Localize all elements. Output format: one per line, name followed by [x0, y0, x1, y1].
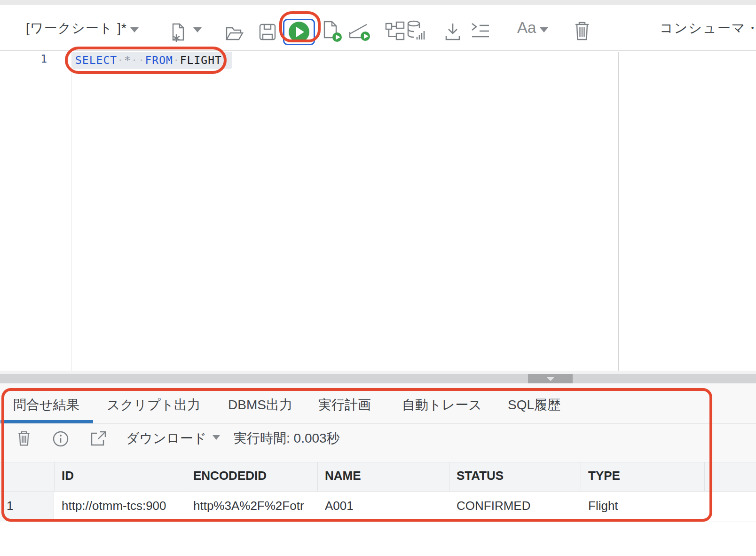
results-grid-header — [0, 462, 756, 492]
editor-right-divider[interactable] — [618, 52, 619, 371]
sql-star: * — [124, 54, 131, 66]
sql-keyword-from: FROM — [145, 54, 173, 66]
tab-explain-plan[interactable]: 実行計画 — [318, 390, 371, 420]
tab-sql-history[interactable]: SQL履歴 — [508, 390, 560, 420]
download-icon — [443, 20, 462, 44]
cell-type: Flight — [588, 499, 701, 513]
download-menu-button[interactable]: ダウンロード — [126, 429, 206, 447]
cell-encodedid: http%3A%2F%2Fotr — [193, 499, 314, 513]
splitter-bar[interactable] — [0, 374, 756, 383]
trash-icon — [17, 429, 31, 449]
gutter-divider — [71, 51, 72, 371]
whitespace-dots: ·· — [131, 54, 145, 66]
column-border — [186, 462, 186, 491]
execution-time-label: 実行時間: 0.003秒 — [234, 429, 340, 447]
column-border — [54, 462, 55, 491]
column-border — [704, 462, 705, 491]
format-indent-icon — [470, 21, 491, 43]
tabrow-border — [0, 423, 756, 424]
consumer-group-label: コンシューマ・グ — [660, 19, 756, 37]
tab-query-result[interactable]: 問合せ結果 — [13, 390, 79, 420]
sql-table-name: FLIGHT; — [180, 54, 229, 66]
download-worksheet-button[interactable] — [443, 20, 462, 44]
new-file-icon — [169, 16, 187, 48]
tab-script-output[interactable]: スクリプト出力 — [107, 390, 200, 420]
open-file-button[interactable] — [225, 20, 244, 44]
new-worksheet-caret-icon[interactable] — [193, 27, 202, 32]
worksheet-caret-icon[interactable] — [130, 27, 139, 32]
sql-keyword-select: SELECT — [75, 54, 117, 66]
database-chart-icon — [405, 19, 428, 46]
results-clear-button[interactable] — [17, 429, 31, 449]
tab-dbms-output[interactable]: DBMS出力 — [228, 390, 292, 420]
whitespace-dot: · — [173, 54, 180, 66]
chevron-down-icon — [546, 377, 555, 381]
explain-plan-button[interactable] — [385, 21, 405, 43]
line-number: 1 — [24, 53, 47, 65]
clear-worksheet-button[interactable] — [574, 19, 591, 44]
cell-status: CONFIRMED — [457, 499, 577, 513]
save-button[interactable] — [258, 20, 277, 44]
info-icon — [52, 430, 70, 448]
row-number: 1 — [7, 499, 13, 513]
column-header-name[interactable]: NAME — [325, 469, 361, 483]
results-info-button[interactable] — [52, 430, 70, 448]
cell-name: A001 — [325, 499, 445, 513]
column-header-id[interactable]: ID — [62, 469, 74, 483]
worksheet-toolbar: [ワークシート ]* — [0, 5, 756, 51]
external-link-icon — [89, 430, 107, 448]
column-header-type[interactable]: TYPE — [588, 469, 620, 483]
font-size-caret-icon[interactable] — [540, 27, 548, 32]
download-caret-icon[interactable] — [213, 435, 220, 440]
whitespace-dot: · — [117, 54, 124, 66]
column-border — [581, 462, 581, 491]
font-size-button[interactable]: Aa — [517, 19, 536, 37]
format-button[interactable] — [470, 21, 491, 43]
worksheet-title-button[interactable]: [ワークシート ]* — [26, 19, 127, 37]
cell-id: http://otmm-tcs:900 — [62, 499, 182, 513]
tab-autotrace[interactable]: 自動トレース — [402, 390, 482, 420]
sql-monitor-button[interactable] — [405, 19, 428, 46]
new-worksheet-button[interactable] — [169, 16, 187, 48]
window-top-strip — [0, 0, 756, 5]
save-icon — [258, 20, 277, 44]
splitter-handle[interactable] — [528, 374, 573, 383]
active-tab-underline — [0, 420, 93, 423]
run-script-icon — [322, 18, 343, 45]
trash-icon — [574, 19, 591, 44]
run-statement-button[interactable] — [283, 19, 315, 45]
hierarchy-tree-icon — [385, 21, 405, 43]
open-in-new-window-button[interactable] — [89, 430, 107, 448]
column-border — [449, 462, 449, 491]
sql-editor[interactable] — [0, 51, 756, 371]
column-header-status[interactable]: STATUS — [457, 469, 504, 483]
sql-statement-line[interactable]: SELECT·*··FROM·FLIGHT; — [72, 52, 232, 69]
splitter-track — [0, 371, 756, 374]
column-header-encodedid[interactable]: ENCODEDID — [193, 469, 267, 483]
chart-run-icon — [348, 19, 371, 45]
folder-open-icon — [225, 20, 244, 44]
run-script-button[interactable] — [322, 18, 343, 45]
column-border — [317, 462, 318, 491]
play-icon — [289, 22, 309, 42]
autotrace-run-button[interactable] — [348, 19, 371, 45]
